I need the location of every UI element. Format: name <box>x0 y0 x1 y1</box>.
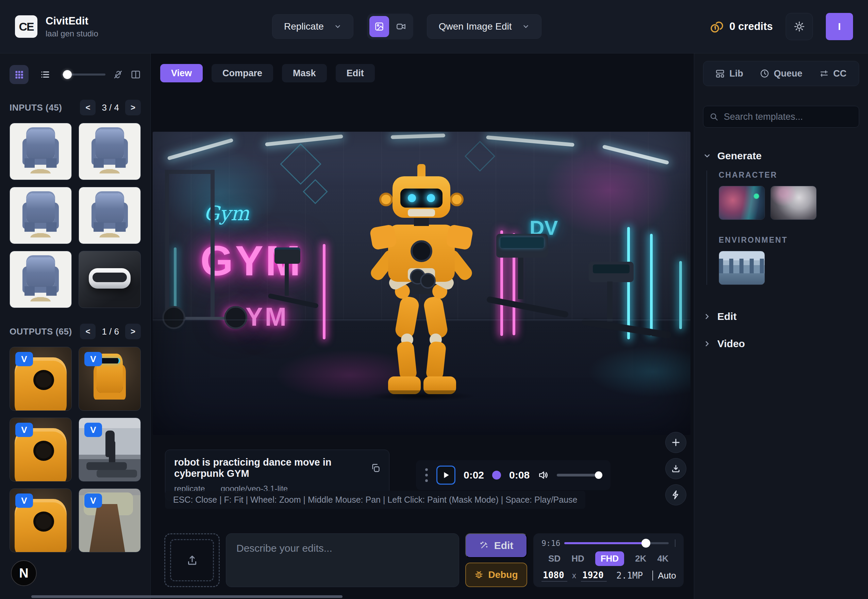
app-logo[interactable]: CE <box>15 15 38 38</box>
chevron-down-icon <box>334 23 341 30</box>
speaker-icon[interactable] <box>538 470 549 480</box>
robot-orange-close-thumbnail[interactable]: V <box>9 347 72 411</box>
volume-knob[interactable] <box>595 471 602 479</box>
apron-person-thumbnail[interactable]: V <box>78 488 141 552</box>
tab-compare[interactable]: Compare <box>212 64 273 82</box>
character-label: CHARACTER <box>719 170 859 180</box>
grid-icon <box>14 70 24 79</box>
aspect-ratio-slider[interactable] <box>564 542 669 544</box>
split-view-icon[interactable] <box>131 69 141 80</box>
brand-text: CivitEdit laal gen studio <box>46 15 98 38</box>
video-preview[interactable]: Gym GYM GYM DV <box>153 132 691 435</box>
scene-part <box>581 318 672 339</box>
width-input[interactable] <box>542 569 567 582</box>
robot-orange-full-thumbnail[interactable]: V <box>78 347 141 411</box>
robot-figure <box>357 164 486 402</box>
chip-2k[interactable]: 2K <box>635 553 646 564</box>
slider-knob[interactable] <box>641 539 650 548</box>
nextjs-dev-badge[interactable]: N <box>11 560 37 586</box>
tab-queue[interactable]: Queue <box>755 68 807 79</box>
total-time: 0:08 <box>509 470 530 481</box>
tab-library-label: Lib <box>729 68 743 79</box>
image-icon <box>374 22 384 31</box>
list-view-button[interactable] <box>36 65 55 84</box>
height-input[interactable] <box>581 569 607 582</box>
city-thumbnail[interactable] <box>719 251 765 285</box>
slider-knob[interactable] <box>63 70 72 79</box>
template-search-input[interactable] <box>723 111 853 122</box>
viewer-actions <box>665 432 686 506</box>
provider-dropdown[interactable]: Replicate <box>272 14 353 39</box>
composer-buttons: Edit Debug <box>465 533 527 587</box>
template-search[interactable] <box>703 106 859 128</box>
section-edit[interactable]: Edit <box>703 311 859 322</box>
outputs-grid: VVVVVV <box>9 347 141 552</box>
outputs-label: OUTPUTS (65) <box>9 327 72 337</box>
user-avatar[interactable]: I <box>826 13 853 40</box>
robot-blue-thumbnail[interactable] <box>9 251 72 308</box>
inputs-prev-button[interactable]: < <box>80 100 96 115</box>
progress-dot[interactable] <box>492 471 501 480</box>
debug-button[interactable]: Debug <box>465 563 527 587</box>
robot-orange-close-thumbnail[interactable]: V <box>9 418 72 482</box>
media-mode-toggle[interactable] <box>367 14 413 39</box>
download-button[interactable] <box>665 458 686 479</box>
tab-mask[interactable]: Mask <box>282 64 327 82</box>
scene-part <box>427 194 435 202</box>
grid-view-button[interactable] <box>9 65 29 84</box>
video-badge: V <box>15 352 33 366</box>
outputs-prev-button[interactable]: < <box>80 324 96 339</box>
horizontal-scrollbar[interactable] <box>31 595 342 598</box>
robot-blue-thumbnail[interactable] <box>9 123 72 180</box>
robot-orange-close-thumbnail[interactable]: V <box>9 488 72 552</box>
left-sidebar: INPUTS (45) < 3 / 4 > OUTPUTS (65) < 1 /… <box>0 53 151 599</box>
chip-sd[interactable]: SD <box>548 553 560 564</box>
image-mode-button[interactable] <box>369 16 389 37</box>
slider-fill <box>564 542 646 544</box>
inputs-next-button[interactable]: > <box>125 100 141 115</box>
theme-toggle-button[interactable] <box>786 13 813 40</box>
chip-4k[interactable]: 4K <box>657 553 668 564</box>
character-thumbnails <box>719 186 859 220</box>
robot-blue-thumbnail[interactable] <box>78 123 141 180</box>
quick-action-button[interactable] <box>665 484 686 506</box>
section-video[interactable]: Video <box>703 338 859 349</box>
video-mode-button[interactable] <box>391 16 411 37</box>
thumbnail-size-slider[interactable] <box>62 74 105 75</box>
header-right: 0 credits I <box>709 13 853 40</box>
edit-button[interactable]: Edit <box>465 533 527 558</box>
outputs-next-button[interactable]: > <box>125 324 141 339</box>
chip-hd[interactable]: HD <box>571 553 584 564</box>
add-button[interactable] <box>665 432 686 453</box>
edit-prompt-field[interactable] <box>226 533 459 587</box>
chip-fhd[interactable]: FHD <box>595 551 624 566</box>
volume-slider[interactable] <box>557 474 602 477</box>
robot-blue-thumbnail[interactable] <box>9 187 72 244</box>
gym-person-thumbnail[interactable]: V <box>78 418 141 482</box>
edit-prompt-input[interactable] <box>226 534 459 587</box>
upload-dropzone[interactable] <box>164 533 220 587</box>
robot-blue-thumbnail[interactable] <box>78 187 141 244</box>
drag-handle-icon[interactable] <box>425 468 428 482</box>
portrait-cyber-thumbnail[interactable] <box>719 186 765 220</box>
video-badge: V <box>15 494 33 508</box>
clock-icon <box>760 69 769 78</box>
list-icon <box>40 69 50 80</box>
knight-thumbnail[interactable] <box>770 186 817 220</box>
vr-headset-thumbnail[interactable] <box>78 251 141 308</box>
chevron-down-icon <box>522 23 530 30</box>
tab-library[interactable]: Lib <box>703 68 755 79</box>
tab-cc[interactable]: CC <box>807 68 859 79</box>
auto-checkbox[interactable] <box>652 570 653 581</box>
model-dropdown[interactable]: Qwen Image Edit <box>427 14 542 39</box>
header-controls: Replicate Qwen Image Edit <box>272 14 542 39</box>
unlink-icon[interactable] <box>113 69 123 80</box>
section-generate[interactable]: Generate <box>703 150 859 162</box>
play-button[interactable] <box>436 466 455 485</box>
scene-part <box>323 244 326 339</box>
environment-label: ENVIRONMENT <box>719 236 859 245</box>
tab-edit[interactable]: Edit <box>336 64 375 82</box>
composer: Edit Debug 9:16 <box>164 533 684 587</box>
tab-view[interactable]: View <box>160 64 203 82</box>
copy-prompt-button[interactable] <box>365 463 380 473</box>
